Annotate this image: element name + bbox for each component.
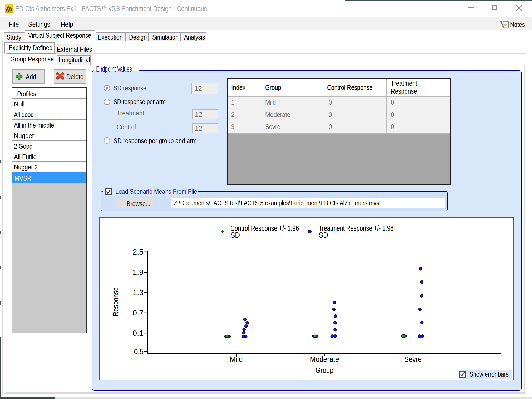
svg-text:SD: SD xyxy=(319,231,328,239)
svg-text:-0.5: -0.5 xyxy=(132,347,144,356)
svg-text:Control Response +/- 1.96: Control Response +/- 1.96 xyxy=(230,224,299,232)
svg-text:Group: Group xyxy=(316,366,333,374)
svg-text:Moderate: Moderate xyxy=(310,355,339,363)
svg-text:Mild: Mild xyxy=(230,355,243,363)
svg-text:Treatment Response +/- 1.96: Treatment Response +/- 1.96 xyxy=(319,224,393,232)
svg-text:2.5: 2.5 xyxy=(132,247,144,256)
svg-text:0.1: 0.1 xyxy=(132,329,144,337)
svg-text:Response: Response xyxy=(111,287,120,316)
svg-text:SD: SD xyxy=(230,231,240,239)
svg-text:Sevre: Sevre xyxy=(404,355,422,363)
svg-text:1.3: 1.3 xyxy=(132,288,144,297)
svg-text:0.7: 0.7 xyxy=(132,308,144,317)
svg-text:1.9: 1.9 xyxy=(132,268,144,276)
